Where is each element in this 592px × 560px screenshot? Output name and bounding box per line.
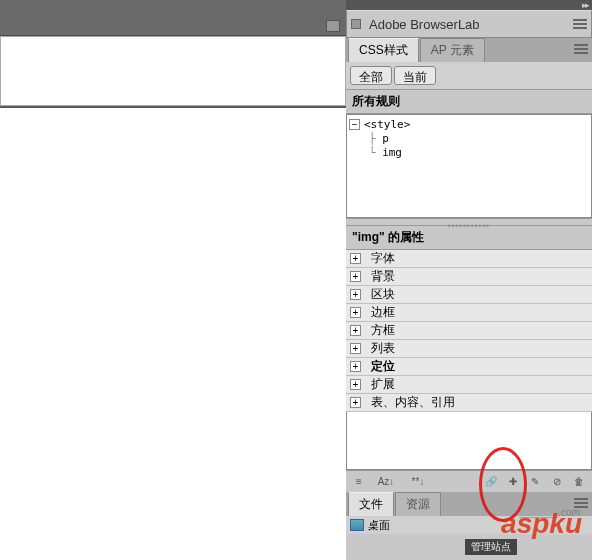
prop-label: 区块: [371, 286, 395, 303]
tab-menu-icon[interactable]: [574, 498, 588, 508]
panel-menu-icon[interactable]: [573, 19, 587, 29]
collapse-arrows-icon: ▸▸: [582, 0, 588, 10]
tree-node-label: img: [382, 146, 402, 159]
tree-row-style[interactable]: − <style>: [349, 117, 589, 131]
expand-icon[interactable]: +: [350, 307, 361, 318]
css-bottom-toolbar: ≡ Az↓ **↓ 🔗 ✚ ✎ ⊘ 🗑: [346, 470, 592, 492]
tree-connector-icon: └: [349, 146, 382, 159]
prop-row-tables[interactable]: + 表、内容、引用: [346, 394, 592, 412]
expand-icon[interactable]: +: [350, 379, 361, 390]
expand-icon[interactable]: +: [350, 361, 361, 372]
rule-button[interactable]: **↓: [404, 474, 432, 490]
prop-row-extensions[interactable]: + 扩展: [346, 376, 592, 394]
browserlab-panel-header[interactable]: Adobe BrowserLab: [346, 10, 592, 38]
panels-dock: ▸▸ Adobe BrowserLab CSS样式 AP 元素 全部 当前 所有…: [346, 0, 592, 560]
tree-node-label: <style>: [364, 118, 410, 131]
redacted-label: 管理站点: [465, 539, 517, 555]
expand-icon[interactable]: +: [350, 325, 361, 336]
prop-label: 列表: [371, 340, 395, 357]
filter-all-button[interactable]: 全部: [350, 66, 392, 85]
prop-row-positioning[interactable]: + 定位: [346, 358, 592, 376]
prop-row-block[interactable]: + 区块: [346, 286, 592, 304]
prop-row-border[interactable]: + 边框: [346, 304, 592, 322]
new-rule-icon[interactable]: ✚: [504, 474, 522, 490]
document-top-area: [0, 36, 346, 106]
prop-row-background[interactable]: + 背景: [346, 268, 592, 286]
css-rules-tree[interactable]: − <style> ├ p └ img: [346, 114, 592, 218]
prop-label: 定位: [371, 358, 395, 375]
tab-css-styles[interactable]: CSS样式: [348, 38, 419, 62]
tree-row-img[interactable]: └ img: [349, 145, 589, 159]
desktop-label: 桌面: [368, 518, 390, 533]
grip-icon: ▪▪▪▪▪▪▪▪▪▪▪: [448, 221, 490, 230]
css-tabs-row: CSS样式 AP 元素: [346, 38, 592, 62]
show-category-icon[interactable]: ≡: [350, 474, 368, 490]
prop-label: 背景: [371, 268, 395, 285]
files-tabs-row: 文件 资源: [346, 492, 592, 516]
prop-row-font[interactable]: + 字体: [346, 250, 592, 268]
properties-blank-area: [346, 412, 592, 470]
panel-divider[interactable]: ▪▪▪▪▪▪▪▪▪▪▪: [346, 218, 592, 226]
desktop-icon: [350, 519, 364, 531]
prop-label: 方框: [371, 322, 395, 339]
filter-current-button[interactable]: 当前: [394, 66, 436, 85]
document-canvas[interactable]: [0, 108, 346, 560]
document-panel: [0, 0, 346, 560]
prop-label: 扩展: [371, 376, 395, 393]
disable-icon[interactable]: ⊘: [548, 474, 566, 490]
sort-button[interactable]: Az↓: [372, 474, 400, 490]
delete-icon[interactable]: 🗑: [570, 474, 588, 490]
document-titlebar: [0, 0, 346, 36]
expand-icon[interactable]: +: [350, 253, 361, 264]
panel-dock-icon[interactable]: [351, 19, 361, 29]
prop-row-box[interactable]: + 方框: [346, 322, 592, 340]
prop-row-list[interactable]: + 列表: [346, 340, 592, 358]
browserlab-title: Adobe BrowserLab: [369, 17, 480, 32]
tree-connector-icon: ├: [349, 132, 382, 145]
tab-menu-icon[interactable]: [574, 44, 588, 54]
files-content-row[interactable]: 桌面: [346, 516, 592, 534]
prop-label: 表、内容、引用: [371, 394, 455, 411]
expand-icon[interactable]: +: [350, 289, 361, 300]
css-filter-row: 全部 当前: [346, 62, 592, 90]
tab-files[interactable]: 文件: [348, 492, 394, 516]
edit-rule-icon[interactable]: ✎: [526, 474, 544, 490]
prop-label: 边框: [371, 304, 395, 321]
tree-row-p[interactable]: ├ p: [349, 131, 589, 145]
tree-node-label: p: [382, 132, 389, 145]
attach-stylesheet-icon[interactable]: 🔗: [482, 474, 500, 490]
dock-icon[interactable]: [326, 20, 340, 32]
expand-icon[interactable]: +: [350, 343, 361, 354]
tab-ap-elements[interactable]: AP 元素: [420, 38, 485, 62]
expand-icon[interactable]: +: [350, 397, 361, 408]
collapse-bar[interactable]: ▸▸: [346, 0, 592, 10]
tab-assets[interactable]: 资源: [395, 492, 441, 516]
expand-icon[interactable]: +: [350, 271, 361, 282]
properties-list: + 字体 + 背景 + 区块 + 边框 + 方框 + 列表 + 定位 + 扩展: [346, 250, 592, 412]
all-rules-header: 所有规则: [346, 90, 592, 114]
expand-icon[interactable]: −: [349, 119, 360, 130]
prop-label: 字体: [371, 250, 395, 267]
